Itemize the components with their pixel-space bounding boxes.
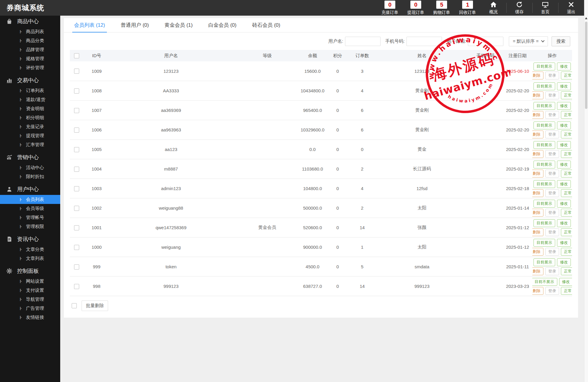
row-checkbox[interactable]: [74, 245, 79, 250]
login-button[interactable]: 登录: [545, 72, 559, 79]
edit-button[interactable]: 修改: [557, 180, 571, 188]
sidebar-item-限时折扣[interactable]: ト限时折扣: [0, 172, 60, 181]
sidebar-item-导航管理[interactable]: ト导航管理: [0, 295, 60, 304]
cell-orders-link[interactable]: 14: [349, 276, 376, 296]
cell-orders-link[interactable]: 14: [349, 218, 376, 237]
login-button[interactable]: 登录: [545, 267, 559, 275]
login-button[interactable]: 登录: [545, 170, 559, 177]
order-badge[interactable]: 0提现订单: [403, 0, 429, 16]
normal-button[interactable]: 正常: [561, 189, 572, 197]
tab-2[interactable]: 黄金会员 (1): [157, 18, 201, 32]
login-button[interactable]: 登录: [545, 248, 559, 256]
edit-button[interactable]: 修改: [557, 122, 571, 129]
row-checkbox[interactable]: [74, 225, 79, 230]
sidebar-item-订单列表[interactable]: ト订单列表: [0, 86, 60, 95]
sidebar-section-head-marketing[interactable]: 营销中心: [0, 152, 60, 163]
cell-orders-link[interactable]: 6: [349, 120, 376, 140]
normal-button[interactable]: 正常: [561, 248, 572, 256]
normal-button[interactable]: 正常: [561, 209, 572, 217]
login-button[interactable]: 登录: [545, 228, 559, 236]
cell-orders-link[interactable]: 0: [349, 140, 376, 159]
sidebar-item-品牌管理[interactable]: ト品牌管理: [0, 45, 60, 54]
cell-orders-link[interactable]: 3: [349, 61, 376, 81]
delete-button[interactable]: 删除: [532, 91, 543, 99]
display-toggle-button[interactable]: 目前展示: [534, 161, 555, 168]
tab-3[interactable]: 白金会员 (0): [201, 18, 244, 32]
row-checkbox[interactable]: [74, 108, 79, 113]
footer-select-all-checkbox[interactable]: [72, 303, 77, 308]
delete-button[interactable]: 删除: [532, 170, 543, 177]
normal-button[interactable]: 正常: [561, 91, 572, 99]
delete-button[interactable]: 删除: [532, 131, 543, 138]
display-toggle-button[interactable]: 目前展示: [534, 141, 555, 149]
edit-button[interactable]: 修改: [557, 63, 571, 70]
cell-orders-link[interactable]: 2: [349, 198, 376, 218]
delete-button[interactable]: 删除: [532, 111, 543, 119]
row-checkbox[interactable]: [74, 284, 79, 289]
row-checkbox[interactable]: [74, 147, 79, 152]
scrollbar-up-arrow-icon[interactable]: [585, 17, 587, 19]
phone-input[interactable]: [406, 37, 442, 46]
sidebar-item-资金明细[interactable]: ト资金明细: [0, 104, 60, 113]
row-checkbox[interactable]: [74, 69, 79, 74]
sidebar-item-管理权限[interactable]: ト管理权限: [0, 222, 60, 231]
sidebar-item-退款/退货[interactable]: ト退款/退货: [0, 95, 60, 104]
display-toggle-button[interactable]: 目前展示: [534, 200, 555, 208]
tab-1[interactable]: 普通用户 (0): [113, 18, 157, 32]
edit-button[interactable]: 修改: [557, 219, 571, 227]
normal-button[interactable]: 正常: [561, 72, 572, 79]
normal-button[interactable]: 正常: [561, 228, 572, 236]
topbar-action-homepage[interactable]: 首页: [532, 0, 558, 16]
display-toggle-button[interactable]: 目前展示: [534, 239, 555, 247]
normal-button[interactable]: 正常: [561, 111, 572, 119]
sidebar-section-head-user[interactable]: 用户中心: [0, 183, 60, 195]
login-button[interactable]: 登录: [545, 91, 559, 99]
edit-button[interactable]: 修改: [559, 278, 572, 286]
topbar-action-logout[interactable]: 退出: [558, 0, 584, 16]
display-toggle-button[interactable]: 目前展示: [534, 180, 555, 188]
normal-button[interactable]: 正常: [561, 267, 572, 275]
sidebar-item-会员等级[interactable]: ト会员等级: [0, 204, 60, 213]
login-button[interactable]: 登录: [545, 189, 559, 197]
edit-button[interactable]: 修改: [557, 258, 571, 266]
normal-button[interactable]: 正常: [561, 150, 572, 158]
login-button[interactable]: 登录: [545, 150, 559, 158]
cell-orders-link[interactable]: 6: [349, 100, 376, 120]
delete-button[interactable]: 删除: [532, 189, 543, 197]
display-toggle-button[interactable]: 目前不展示: [532, 278, 557, 286]
sidebar-section-head-trade[interactable]: 交易中心: [0, 75, 60, 86]
sidebar-section-head-goods[interactable]: 商品中心: [0, 16, 60, 27]
sort-select[interactable]: = 默认排序 =: [509, 36, 548, 46]
sidebar-item-商品列表[interactable]: ト商品列表: [0, 27, 60, 36]
order-badge[interactable]: 1回收订单: [455, 0, 481, 16]
sidebar-item-积分明细[interactable]: ト积分明细: [0, 113, 60, 122]
edit-button[interactable]: 修改: [557, 82, 571, 90]
delete-button[interactable]: 删除: [532, 228, 543, 236]
order-badge[interactable]: 0充值订单: [377, 0, 403, 16]
row-checkbox[interactable]: [74, 264, 79, 270]
sidebar-section-head-panel[interactable]: 控制面板: [0, 265, 60, 277]
row-checkbox[interactable]: [74, 186, 79, 191]
select-all-checkbox[interactable]: [74, 53, 79, 58]
login-button[interactable]: 登录: [545, 287, 559, 295]
tab-4[interactable]: 砖石会员 (0): [244, 18, 288, 32]
edit-button[interactable]: 修改: [557, 102, 571, 110]
sidebar-item-提现管理[interactable]: ト提现管理: [0, 131, 60, 140]
sidebar-item-网站设置[interactable]: ト网站设置: [0, 277, 60, 286]
sidebar-item-管理帐号[interactable]: ト管理帐号: [0, 213, 60, 222]
sidebar-item-文章分类[interactable]: ト文章分类: [0, 245, 60, 254]
row-checkbox[interactable]: [74, 206, 79, 211]
sidebar-item-商品分类[interactable]: ト商品分类: [0, 36, 60, 45]
cell-orders-link[interactable]: 4: [349, 81, 376, 100]
display-toggle-button[interactable]: 目前展示: [534, 82, 555, 90]
normal-button[interactable]: 正常: [561, 170, 572, 177]
row-checkbox[interactable]: [74, 128, 79, 133]
topbar-action-cache[interactable]: 缓存: [506, 0, 532, 16]
tab-0[interactable]: 会员列表 (12): [66, 18, 113, 32]
delete-button[interactable]: 删除: [532, 150, 543, 158]
sidebar-item-规格管理[interactable]: ト规格管理: [0, 54, 60, 63]
login-button[interactable]: 登录: [545, 131, 559, 138]
display-toggle-button[interactable]: 目前展示: [534, 258, 555, 266]
row-checkbox[interactable]: [74, 88, 79, 94]
cell-orders-link[interactable]: 4: [349, 179, 376, 198]
